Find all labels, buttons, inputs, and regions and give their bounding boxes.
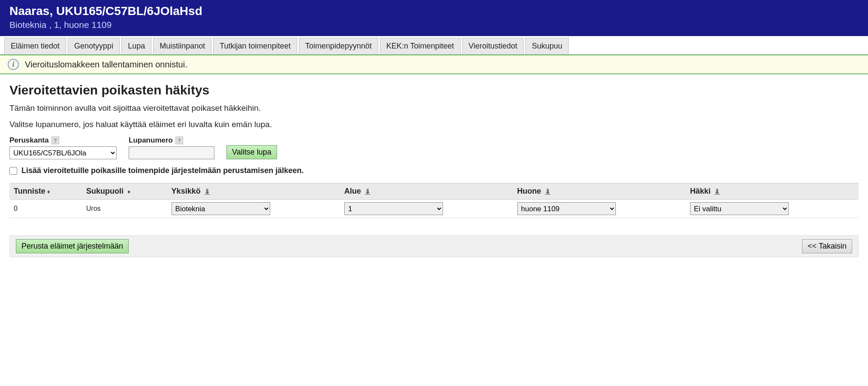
- lupanumero-label: Lupanumero ?: [129, 136, 214, 145]
- yksikko-select[interactable]: Bioteknia: [172, 202, 270, 215]
- peruskanta-select[interactable]: UKU165/C57BL/6JOla: [9, 146, 117, 159]
- hakki-select[interactable]: Ei valittu: [690, 202, 789, 215]
- page-header: Naaras, UKU165/C57BL/6JOlaHsd Bioteknia …: [0, 0, 868, 36]
- tab-genotyyppi[interactable]: Genotyyppi: [68, 38, 120, 54]
- valitse-lupa-button[interactable]: Valitse lupa: [226, 145, 277, 159]
- col-hakki[interactable]: Häkki ⇓: [686, 183, 859, 200]
- cell-huone: huone 1109: [513, 200, 686, 218]
- tab-vieroitustiedot[interactable]: Vieroitustiedot: [462, 38, 524, 54]
- col-yksikko[interactable]: Yksikkö ⇓: [167, 183, 340, 200]
- tab-sukupuu[interactable]: Sukupuu: [525, 38, 569, 54]
- col-tunniste-label: Tunniste: [14, 187, 45, 195]
- back-button[interactable]: << Takaisin: [802, 239, 852, 253]
- lupanumero-input[interactable]: [129, 146, 214, 159]
- page-title: Naaras, UKU165/C57BL/6JOlaHsd: [9, 4, 859, 18]
- peruskanta-label-text: Peruskanta: [9, 136, 49, 145]
- footer-bar: Perusta eläimet järjestelmään << Takaisi…: [9, 235, 859, 257]
- tab-kek-toimenpiteet[interactable]: KEK:n Toimenpiteet: [380, 38, 461, 54]
- form-row: Peruskanta ? UKU165/C57BL/6JOla Lupanume…: [9, 136, 859, 159]
- cell-tunniste: 0: [9, 200, 82, 218]
- col-alue-label: Alue: [344, 187, 361, 195]
- cell-yksikko: Bioteknia: [167, 200, 340, 218]
- table-row: 0 Uros Bioteknia 1 huone 1109: [9, 200, 859, 218]
- info-message-bar: i Vieroituslomakkeen tallentaminen onnis…: [0, 55, 868, 74]
- fill-down-icon[interactable]: ⇓: [205, 188, 210, 195]
- pups-table: Tunniste♦ Sukupuoli ♦ Yksikkö ⇓ Alue ⇓ H…: [9, 183, 859, 218]
- section-title: Vieroitettavien poikasten häkitys: [9, 83, 859, 97]
- tab-lupa[interactable]: Lupa: [121, 38, 151, 54]
- tab-elaimen-tiedot[interactable]: Eläimen tiedot: [4, 38, 66, 54]
- tab-bar: Eläimen tiedot Genotyyppi Lupa Muistiinp…: [0, 36, 868, 55]
- checkbox-row: Lisää vieroitetuille poikasille toimenpi…: [9, 166, 859, 175]
- help-icon[interactable]: ?: [51, 137, 59, 144]
- perusta-button[interactable]: Perusta eläimet järjestelmään: [16, 239, 129, 253]
- col-hakki-label: Häkki: [690, 187, 711, 195]
- checkbox-label: Lisää vieroitetuille poikasille toimenpi…: [21, 166, 304, 175]
- cell-hakki: Ei valittu: [686, 200, 859, 218]
- sort-icon: ♦: [47, 188, 50, 195]
- col-sukupuoli[interactable]: Sukupuoli ♦: [82, 183, 167, 200]
- sort-icon: ♦: [127, 188, 130, 195]
- info-icon: i: [8, 59, 19, 70]
- peruskanta-group: Peruskanta ? UKU165/C57BL/6JOla: [9, 136, 117, 159]
- col-yksikko-label: Yksikkö: [172, 187, 201, 195]
- col-huone[interactable]: Huone ⇓: [513, 183, 686, 200]
- section-desc-2: Valitse lupanumero, jos haluat käyttää e…: [9, 120, 859, 129]
- lupanumero-group: Lupanumero ?: [129, 136, 214, 159]
- col-sukupuoli-label: Sukupuoli: [86, 187, 124, 195]
- fill-down-icon[interactable]: ⇓: [545, 188, 551, 195]
- table-header-row: Tunniste♦ Sukupuoli ♦ Yksikkö ⇓ Alue ⇓ H…: [9, 183, 859, 200]
- tab-toimenpidepyynnot[interactable]: Toimenpidepyynnöt: [299, 38, 378, 54]
- toimenpide-checkbox[interactable]: [9, 167, 17, 175]
- col-tunniste[interactable]: Tunniste♦: [9, 183, 82, 200]
- help-icon[interactable]: ?: [175, 137, 183, 144]
- fill-down-icon[interactable]: ⇓: [365, 188, 371, 195]
- fill-down-icon[interactable]: ⇓: [714, 188, 720, 195]
- col-huone-label: Huone: [517, 187, 541, 195]
- tab-muistiinpanot[interactable]: Muistiinpanot: [153, 38, 211, 54]
- alue-select[interactable]: 1: [344, 202, 443, 215]
- huone-select[interactable]: huone 1109: [517, 202, 616, 215]
- page-subtitle: Bioteknia , 1, huone 1109: [9, 20, 859, 30]
- main-content: Vieroitettavien poikasten häkitys Tämän …: [0, 74, 868, 266]
- cell-sukupuoli: Uros: [82, 200, 167, 218]
- tab-tutkijan-toimenpiteet[interactable]: Tutkijan toimenpiteet: [213, 38, 297, 54]
- peruskanta-label: Peruskanta ?: [9, 136, 117, 145]
- section-desc-1: Tämän toiminnon avulla voit sijoittaa vi…: [9, 103, 859, 113]
- lupanumero-label-text: Lupanumero: [129, 136, 173, 145]
- cell-alue: 1: [340, 200, 513, 218]
- info-message-text: Vieroituslomakkeen tallentaminen onnistu…: [25, 60, 187, 70]
- col-alue[interactable]: Alue ⇓: [340, 183, 513, 200]
